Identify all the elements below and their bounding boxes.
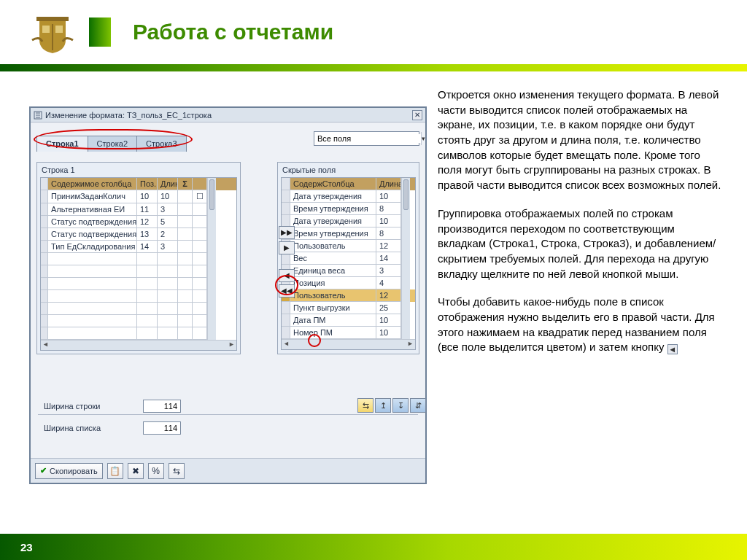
table-row[interactable]: ... bbox=[41, 315, 236, 327]
brand-square bbox=[89, 18, 111, 47]
table-row[interactable]: Время утверждения8 bbox=[282, 203, 415, 215]
visible-fields-panel: Строка 1 Содержимое столбца Поз. Длина Σ… bbox=[36, 162, 241, 354]
table-row[interactable]: ПринимЗаданКолич1010☐ bbox=[41, 190, 236, 203]
all-fields-input[interactable] bbox=[314, 134, 421, 143]
table-row[interactable]: ... bbox=[41, 290, 236, 303]
table-row[interactable]: Номер ПМ10 bbox=[282, 327, 415, 339]
move-down-icon[interactable]: ↧ bbox=[392, 398, 409, 413]
page-number: 23 bbox=[20, 541, 33, 553]
table-row[interactable]: Статус подтверждения Отгр125 bbox=[41, 216, 236, 228]
left-scrollbar[interactable] bbox=[207, 178, 216, 190]
list-width-label: Ширина списка bbox=[44, 424, 139, 432]
row-tabs: Строка1 Строка2 Строка3 ▾ bbox=[36, 131, 419, 152]
table-row[interactable]: Пункт выгрузки25 bbox=[282, 302, 415, 314]
table-row[interactable]: Пользователь12 bbox=[282, 240, 415, 252]
tab-row1[interactable]: Строка1 bbox=[36, 136, 88, 152]
row-handle[interactable] bbox=[41, 278, 48, 290]
page-title: Работа с отчетами bbox=[133, 20, 333, 44]
row-handle[interactable] bbox=[41, 327, 48, 340]
hidden-fields-panel: Скрытые поля СодержСтолбца Длина Дата ут… bbox=[277, 162, 419, 354]
move-all-right-button[interactable]: ▶▶ bbox=[279, 226, 295, 239]
row-handle[interactable] bbox=[282, 302, 290, 314]
visible-fields-header: Содержимое столбца Поз. Длина Σ bbox=[41, 178, 236, 190]
tab-row2[interactable]: Строка2 bbox=[88, 136, 138, 152]
table-row[interactable]: Статус подтверждения132 bbox=[41, 228, 236, 241]
check-icon: ✔ bbox=[40, 466, 47, 475]
row-handle[interactable] bbox=[41, 290, 48, 303]
left-h-scroll[interactable] bbox=[41, 340, 236, 350]
description-text: Откроется окно изменения текущего формат… bbox=[438, 88, 726, 368]
svg-rect-1 bbox=[55, 26, 63, 33]
header-stripe bbox=[0, 64, 747, 71]
row-handle[interactable] bbox=[41, 265, 48, 278]
shuttle-buttons: ▶▶ ▶ ◀ ◀◀ bbox=[279, 226, 295, 298]
table-row[interactable]: Время утверждения8 bbox=[282, 228, 415, 240]
tab-row3[interactable]: Строка3 bbox=[136, 136, 187, 152]
swap-icon[interactable]: ⇵ bbox=[410, 398, 426, 413]
table-row[interactable]: ... bbox=[41, 265, 236, 278]
desc-p3: Чтобы добавить какое-нибудь поле в списо… bbox=[438, 295, 726, 355]
table-row[interactable]: Вес14 bbox=[282, 252, 415, 265]
row-handle[interactable] bbox=[41, 228, 48, 241]
move-up-icon[interactable]: ↥ bbox=[375, 398, 391, 413]
row-handle[interactable] bbox=[282, 327, 290, 339]
sigma-icon: Σ bbox=[182, 179, 187, 188]
sort-icon[interactable]: ⇆ bbox=[357, 398, 374, 413]
window-button-bar: ✔ Скопировать 📋 ✖ % ⇆ bbox=[31, 458, 425, 483]
desc-p1: Откроется окно изменения текущего формат… bbox=[438, 88, 726, 193]
divider bbox=[38, 414, 418, 415]
row-handle[interactable] bbox=[282, 314, 290, 327]
copy-button[interactable]: ✔ Скопировать bbox=[35, 463, 103, 479]
row-handle[interactable] bbox=[41, 203, 48, 216]
table-row[interactable]: ... bbox=[41, 327, 236, 340]
row-handle[interactable] bbox=[41, 216, 48, 228]
row-width-label: Ширина строки bbox=[44, 402, 139, 411]
hidden-fields-title: Скрытые поля bbox=[278, 163, 419, 177]
window-icon bbox=[34, 111, 42, 120]
move-all-left-button[interactable]: ◀◀ bbox=[279, 284, 295, 298]
row-handle[interactable] bbox=[41, 315, 48, 327]
dropdown-icon[interactable]: ▾ bbox=[421, 132, 425, 145]
window-title: Изменение формата: ТЗ_польз_ЕС_1строка bbox=[45, 111, 412, 120]
delete-icon-button[interactable]: ✖ bbox=[128, 463, 144, 479]
swap-icon-button[interactable]: ⇆ bbox=[169, 463, 185, 479]
table-row[interactable]: Альтернативная ЕИ113 bbox=[41, 203, 236, 216]
right-h-scroll[interactable] bbox=[282, 339, 415, 349]
table-row[interactable]: ... bbox=[41, 278, 236, 290]
row-handle[interactable] bbox=[41, 303, 48, 315]
format-editor-window: Изменение формата: ТЗ_польз_ЕС_1строка ✕… bbox=[29, 106, 427, 484]
slide-footer: 23 bbox=[0, 534, 747, 560]
visible-fields-title: Строка 1 bbox=[37, 163, 240, 177]
list-width-input[interactable] bbox=[143, 421, 181, 435]
crest-logo bbox=[29, 11, 76, 53]
table-row[interactable]: ... bbox=[41, 303, 236, 315]
svg-rect-0 bbox=[42, 26, 50, 33]
row-handle[interactable] bbox=[41, 241, 48, 253]
inline-move-left-icon: ◄ bbox=[667, 344, 678, 354]
table-row[interactable]: ... bbox=[41, 253, 236, 265]
all-fields-combo[interactable]: ▾ bbox=[314, 131, 419, 146]
desc-p2: Группировка отображаемых полей по строка… bbox=[438, 206, 726, 281]
row-handle[interactable] bbox=[282, 190, 290, 203]
table-row[interactable]: Позиция4 bbox=[282, 277, 415, 289]
table-row[interactable]: Дата утверждения10 bbox=[282, 215, 415, 228]
clipboard-icon-button[interactable]: 📋 bbox=[107, 463, 123, 479]
row-handle[interactable] bbox=[282, 203, 290, 215]
table-row[interactable]: Тип ЕдСкладирования143 bbox=[41, 241, 236, 253]
table-row[interactable]: Дата ПМ10 bbox=[282, 314, 415, 327]
right-scrollbar[interactable] bbox=[401, 178, 410, 190]
move-left-button[interactable]: ◀ bbox=[279, 269, 295, 282]
percent-icon-button[interactable]: % bbox=[148, 463, 164, 479]
hidden-panel-toolbar: ⇆ ↥ ↧ ⇵ bbox=[357, 398, 426, 413]
table-row[interactable]: Единица веса3 bbox=[282, 265, 415, 277]
table-row[interactable]: Дата утверждения10 bbox=[282, 190, 415, 203]
row-handle[interactable] bbox=[41, 190, 48, 203]
window-close-button[interactable]: ✕ bbox=[412, 110, 422, 120]
row-width-input[interactable] bbox=[143, 400, 181, 413]
row-handle[interactable] bbox=[41, 253, 48, 265]
table-row[interactable]: Пользователь12 bbox=[282, 289, 415, 302]
hidden-fields-header: СодержСтолбца Длина bbox=[282, 178, 415, 190]
move-right-button[interactable]: ▶ bbox=[279, 241, 295, 254]
